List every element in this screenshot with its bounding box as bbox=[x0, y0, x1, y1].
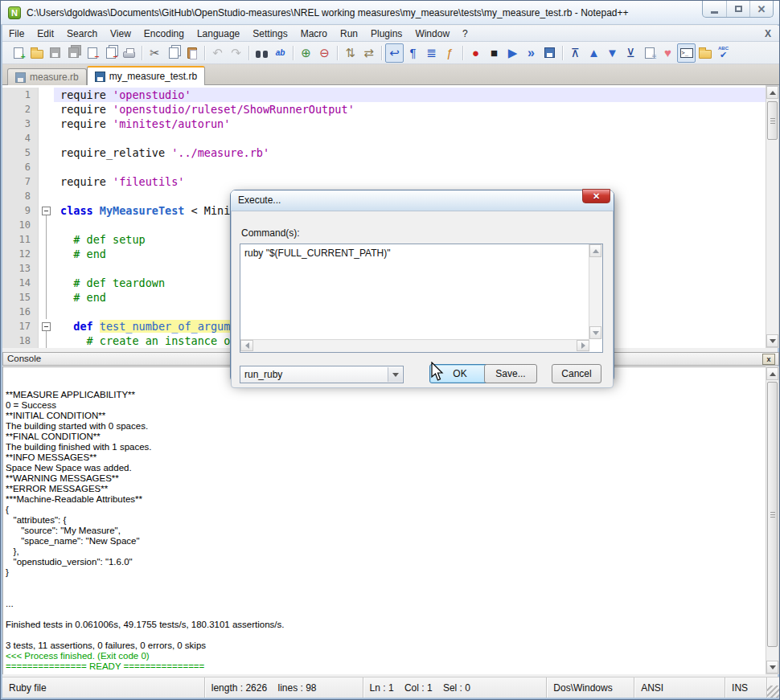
copy-button[interactable] bbox=[164, 43, 183, 63]
console-line: ... bbox=[6, 599, 767, 609]
macro-run-multiple-button[interactable]: » bbox=[522, 43, 540, 63]
cancel-button[interactable]: Cancel bbox=[552, 364, 601, 383]
save-all-button[interactable] bbox=[64, 43, 83, 63]
menu-item-run[interactable]: Run bbox=[334, 27, 364, 41]
scrollbar-thumb[interactable] bbox=[767, 382, 778, 647]
toolbar-separator bbox=[381, 46, 382, 60]
console-output[interactable]: **MEASURE APPLICABILITY**0 = Success**IN… bbox=[2, 366, 767, 674]
notepad-plus-plus-window: N C:\Users\dgoldwas\Documents\GitHub\Ope… bbox=[0, 0, 780, 700]
saved-file-icon bbox=[15, 72, 26, 83]
macro-play-button[interactable]: ▶ bbox=[503, 43, 522, 63]
menu-close-button[interactable]: X bbox=[765, 28, 771, 39]
menu-item-plugins[interactable]: Plugins bbox=[364, 27, 408, 41]
plugin-heart-button[interactable]: ♥ bbox=[659, 43, 677, 63]
console-line: **ERROR MESSAGES** bbox=[6, 484, 767, 494]
close-file-icon: − bbox=[88, 47, 97, 59]
fold-margin[interactable] bbox=[38, 319, 54, 334]
redo-button[interactable]: ↷ bbox=[227, 43, 245, 63]
fold-collapse-icon[interactable] bbox=[42, 207, 51, 215]
nppexec-console-button[interactable]: >_ bbox=[677, 43, 696, 63]
macro-stop-button[interactable]: ■ bbox=[485, 43, 503, 63]
code-line: 7require 'fileutils' bbox=[2, 174, 767, 189]
macro-record-button[interactable]: ● bbox=[466, 43, 485, 63]
scroll-up-button[interactable] bbox=[766, 86, 778, 99]
explorer-button[interactable] bbox=[696, 43, 714, 63]
menu-item-encoding[interactable]: Encoding bbox=[138, 27, 191, 41]
fold-margin bbox=[38, 189, 54, 203]
close-button[interactable]: ✕ bbox=[749, 1, 773, 17]
print-button[interactable] bbox=[120, 43, 138, 63]
uncollapse-level-button[interactable]: ▼ bbox=[603, 43, 622, 63]
console-line: } bbox=[6, 567, 767, 578]
console-line: =============== READY =============== bbox=[6, 661, 767, 672]
undo-button[interactable]: ↶ bbox=[208, 43, 227, 63]
console-close-button[interactable]: x bbox=[762, 354, 775, 365]
dialog-close-button[interactable]: ✕ bbox=[582, 189, 610, 203]
sync-vertical-scroll-button[interactable]: ⇅ bbox=[341, 43, 359, 63]
code-text: require_relative '../measure.rb' bbox=[54, 145, 767, 160]
scrollbar-thumb[interactable] bbox=[767, 101, 778, 140]
menu-item-[interactable]: ? bbox=[456, 27, 474, 41]
uncollapse-all-icon: ⊻ bbox=[626, 47, 635, 59]
cut-button[interactable]: ✂ bbox=[146, 43, 164, 63]
menu-item-search[interactable]: Search bbox=[60, 27, 104, 41]
print-icon bbox=[123, 51, 135, 58]
command-textarea[interactable]: ruby "$(FULL_CURRENT_PATH)" bbox=[240, 244, 603, 353]
save-button[interactable] bbox=[46, 43, 64, 63]
zoom-in-icon: ⊕ bbox=[301, 47, 311, 59]
tab-measure-rb[interactable]: measure.rb bbox=[7, 68, 87, 85]
fold-collapse-icon[interactable] bbox=[42, 322, 51, 331]
function-completion-button[interactable]: ƒ bbox=[441, 43, 459, 63]
dialog-title-bar[interactable]: Execute... ✕ bbox=[231, 190, 614, 211]
menu-item-window[interactable]: Window bbox=[408, 27, 456, 41]
indent-guide-button[interactable]: ≣ bbox=[422, 43, 441, 63]
close-all-icon: − bbox=[106, 47, 116, 59]
collapse-all-button[interactable]: ⊼ bbox=[566, 43, 585, 63]
textarea-horizontal-scrollbar[interactable] bbox=[240, 339, 589, 352]
show-all-characters-button[interactable]: ¶ bbox=[404, 43, 422, 63]
sync-horizontal-scroll-button[interactable]: ⇄ bbox=[359, 43, 378, 63]
resize-grip[interactable] bbox=[767, 686, 779, 698]
save-as-button[interactable]: Save... bbox=[484, 364, 537, 383]
menu-item-file[interactable]: File bbox=[2, 27, 31, 41]
code-line: 3require 'minitest/autorun' bbox=[2, 117, 767, 131]
minimize-button[interactable] bbox=[703, 1, 726, 17]
zoom-in-button[interactable]: ⊕ bbox=[297, 43, 315, 63]
fold-margin bbox=[38, 261, 54, 276]
find-button[interactable] bbox=[252, 43, 271, 63]
close-file-button[interactable]: − bbox=[83, 43, 101, 63]
spell-check-button[interactable]: ABC✔ bbox=[714, 43, 733, 63]
fold-margin[interactable] bbox=[38, 203, 54, 218]
replace-button[interactable]: ab bbox=[271, 43, 289, 63]
new-file-button[interactable]: + bbox=[9, 43, 27, 63]
word-wrap-button[interactable]: ↩ bbox=[385, 43, 404, 63]
chevron-down-icon[interactable] bbox=[388, 367, 402, 382]
textarea-vertical-scrollbar[interactable] bbox=[589, 244, 602, 339]
editor-vertical-scrollbar[interactable] bbox=[766, 85, 779, 348]
menu-item-macro[interactable]: Macro bbox=[294, 27, 334, 41]
tab-my-measure-test-rb[interactable]: my_measure_test.rb bbox=[87, 66, 205, 85]
open-file-button[interactable] bbox=[27, 43, 46, 63]
menu-item-settings[interactable]: Settings bbox=[246, 27, 294, 41]
scroll-up-button[interactable] bbox=[766, 367, 778, 380]
paste-button[interactable] bbox=[183, 43, 201, 63]
window-controls: ✕ bbox=[702, 1, 774, 18]
zoom-out-button[interactable]: ⊖ bbox=[315, 43, 334, 63]
close-all-button[interactable]: − bbox=[101, 43, 120, 63]
uncollapse-all-button[interactable]: ⊻ bbox=[622, 43, 640, 63]
scroll-down-button[interactable] bbox=[766, 661, 778, 673]
document-map-button[interactable]: ≡ bbox=[640, 43, 659, 63]
menu-item-view[interactable]: View bbox=[104, 27, 138, 41]
console-line: 0 = Success bbox=[6, 400, 767, 411]
command-preset-dropdown[interactable]: run_ruby bbox=[240, 366, 404, 383]
collapse-level-button[interactable]: ▲ bbox=[585, 43, 603, 63]
status-doc-type: Ruby file bbox=[2, 677, 205, 698]
menu-item-language[interactable]: Language bbox=[191, 27, 246, 41]
console-vertical-scrollbar[interactable] bbox=[766, 366, 779, 674]
menu-item-edit[interactable]: Edit bbox=[31, 27, 60, 41]
scroll-down-button[interactable] bbox=[766, 334, 778, 347]
console-line: **MEASURE APPLICABILITY** bbox=[6, 390, 767, 400]
code-text: require 'fileutils' bbox=[54, 174, 767, 189]
maximize-button[interactable] bbox=[726, 1, 749, 17]
macro-save-button[interactable] bbox=[540, 43, 559, 63]
